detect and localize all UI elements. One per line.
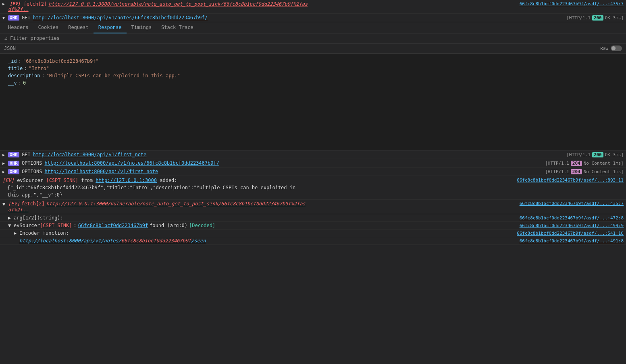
xhr1-status-text: OK 3ms]: [605, 15, 624, 21]
toggle-arrow-xhr4[interactable]: ▶: [2, 170, 8, 174]
ev-sourcer-found: found (arg:0): [150, 223, 187, 228]
ev-source-ref[interactable]: 66fc8c8b1bcf0dd223467b9f/asdf/...:893:11: [514, 178, 624, 183]
json-label: JSON: [4, 46, 16, 51]
json-val-title: "Intro": [29, 66, 49, 71]
ev-sourcer-row[interactable]: ▼ evSourcer [CSPT SINK] : 66fc8c8b1bcf0d…: [0, 222, 626, 230]
json-key-desc: description: [8, 73, 40, 79]
tab-timings[interactable]: Timings: [127, 22, 157, 33]
tab-request[interactable]: Request: [63, 22, 94, 33]
json-line-v: __v : 0: [8, 79, 618, 87]
xhr1-url[interactable]: http://localhost:8000/api/v1/notes/66fc8…: [33, 15, 564, 21]
ev1-url[interactable]: http://127.0.0.1:3000/vulnerable/note_au…: [48, 1, 308, 7]
ev-sourcer-prefix: evSourcer: [14, 223, 40, 228]
ev-sourcer-ref[interactable]: 66fc8c8b1bcf0dd223467b9f/asdf/...:499:9: [520, 223, 624, 228]
toggle-arrow-arg[interactable]: ▶: [8, 215, 14, 221]
tab-stack-trace[interactable]: Stack Trace: [156, 22, 198, 33]
filter-label: Filter properties: [10, 35, 60, 41]
ev-sourcer-content: evSourcer [CSPT SINK] : 66fc8c8b1bcf0dd2…: [14, 223, 520, 228]
ev-sourcer-cspt: [CSPT SINK]: [40, 223, 72, 228]
json-line-id: _id : "66fc8c8b1bcf0dd223467b9f": [8, 58, 618, 65]
url-child-ref[interactable]: 66fc8c8b1bcf0dd223467b9f/asdf/...:491:8: [520, 238, 624, 244]
ev-source-line1: [EV] evSourcer [CSPT SINK] from http://1…: [2, 177, 624, 184]
xhr2-status-text: OK 3ms]: [605, 152, 624, 157]
xhr3-status-code: 204: [571, 161, 582, 166]
xhr2-method: GET: [22, 152, 31, 157]
ev-row-2-header[interactable]: ▼ [EV] fetch[2] http://127.0.0.1:3000/vu…: [0, 200, 626, 214]
raw-toggle-container[interactable]: Raw: [600, 46, 622, 51]
ev1-source[interactable]: 66fc8c8b1bcf0dd223467b9f/asdf/...:435:7: [516, 1, 624, 6]
tab-response[interactable]: Response: [94, 22, 127, 33]
toggle-arrow-xhr1[interactable]: ▼: [2, 16, 8, 20]
json-body: _id : "66fc8c8b1bcf0dd223467b9f" title :…: [0, 54, 626, 150]
toggle-arrow-ev1[interactable]: ▶: [2, 1, 8, 6]
ev2-url[interactable]: http://127.0.0.1:3000/vulnerable/note_au…: [46, 201, 306, 207]
xhr4-method: OPTIONS: [22, 169, 42, 174]
toggle-arrow-xhr3[interactable]: ▶: [2, 161, 8, 165]
json-key-id: _id: [8, 58, 17, 64]
xhr3-url[interactable]: http://localhost:8000/api/v1/notes/66fc8…: [44, 160, 545, 166]
ev-row-1[interactable]: ▶ [EV] fetch[2] http://127.0.0.1:3000/vu…: [0, 0, 626, 14]
ev-sourcer-decoded: [Decoded]: [189, 223, 215, 228]
ev-source-json1: {"_id":"66fc8c8b1bcf0dd223467b9f","title…: [2, 184, 624, 191]
filter-icon: ⊿: [4, 36, 8, 41]
ev1-method: fetch[2]: [24, 1, 47, 7]
ev-sourcer-value[interactable]: 66fc8c8b1bcf0dd223467b9f: [78, 223, 148, 228]
arg-row[interactable]: ▶ arg[1/2](string): 66fc8c8b1bcf0dd22346…: [0, 214, 626, 222]
json-key-v: __v: [8, 80, 17, 86]
json-val-id: "66fc8c8b1bcf0dd223467b9f": [23, 58, 99, 64]
raw-label: Raw: [600, 46, 608, 51]
xhr1-status-code: 200: [592, 15, 603, 21]
arg-ref[interactable]: 66fc8c8b1bcf0dd223467b9f/asdf/...:472:8: [520, 215, 624, 221]
xhr3-method: OPTIONS: [22, 160, 42, 166]
url-child-value: 66fc8c8b1bcf0dd223467b9f: [121, 238, 191, 244]
json-key-title: title: [8, 66, 23, 71]
xhr4-url[interactable]: http://localhost:8000/api/v1/first_note: [44, 169, 545, 174]
ev-source-row: [EV] evSourcer [CSPT SINK] from http://1…: [0, 176, 626, 200]
encoder-row[interactable]: ▶ Encoder function: 66fc8c8b1bcf0dd22346…: [0, 230, 626, 237]
badge-xhr1: XHR: [8, 15, 19, 21]
url-child-row[interactable]: http://localhost:8000/api/v1/notes/ 66fc…: [0, 237, 626, 245]
ev-source-url[interactable]: http://127.0.0.1:3000: [96, 178, 157, 183]
xhr2-url[interactable]: http://localhost:8000/api/v1/first_note: [33, 152, 567, 157]
xhr-row-2[interactable]: ▶ XHR GET http://localhost:8000/api/v1/f…: [0, 151, 626, 159]
xhr-row-4[interactable]: ▶ XHR OPTIONS http://localhost:8000/api/…: [0, 168, 626, 176]
ev-source-cspt: [CSPT SINK]: [46, 178, 78, 183]
toggle-arrow-evsourcer[interactable]: ▼: [8, 223, 14, 228]
ev-sourcer-colon: :: [74, 223, 77, 228]
filter-bar: ⊿ Filter properties: [0, 33, 626, 43]
ev2-source-ref[interactable]: 66fc8c8b1bcf0dd223467b9f/asdf/...:435:7: [516, 201, 624, 206]
ev-source-text: [EV] evSourcer [CSPT SINK] from http://1…: [2, 178, 514, 183]
encoder-ref[interactable]: 66fc8c8b1bcf0dd223467b9f/asdf/...:541:10: [517, 231, 624, 236]
tab-headers[interactable]: Headers: [3, 22, 33, 33]
xhr2-status-bracket-open: [HTTP/1.1: [566, 152, 591, 157]
xhr3-status-bracket-open: [HTTP/1.1: [545, 161, 569, 166]
raw-toggle-switch[interactable]: [611, 46, 622, 51]
ev-source-added: added:: [160, 178, 177, 183]
network-panel: ▶ [EV] fetch[2] http://127.0.0.1:3000/vu…: [0, 0, 626, 364]
ev-source-badge: [EV]: [2, 178, 14, 183]
url-child-suffix: /seen: [191, 238, 206, 244]
toggle-arrow-ev2[interactable]: ▼: [2, 201, 8, 207]
ev1-url-wrap: df%2f..: [2, 6, 513, 12]
xhr-row-3[interactable]: ▶ XHR OPTIONS http://localhost:8000/api/…: [0, 159, 626, 168]
xhr-row-expanded-header[interactable]: ▼ XHR GET http://localhost:8000/api/v1/n…: [0, 14, 626, 22]
json-line-desc: description : "Multiple CSPTs can be exp…: [8, 72, 618, 79]
url-child-prefix: http://localhost:8000/api/v1/notes/: [19, 238, 121, 244]
badge-ev1: [EV]: [8, 1, 22, 6]
json-val-v: 0: [23, 80, 26, 86]
ev-row-2-container: ▼ [EV] fetch[2] http://127.0.0.1:3000/vu…: [0, 200, 626, 245]
badge-ev2: [EV]: [8, 201, 20, 207]
badge-xhr2: XHR: [8, 152, 19, 157]
xhr1-status-info: [HTTP/1.1: [566, 15, 591, 21]
json-line-title: title : "Intro": [8, 65, 618, 72]
xhr3-status-text: No Content 1ms]: [584, 161, 624, 166]
arg-label: arg[1/2](string):: [14, 215, 520, 221]
xhr1-method: GET: [22, 15, 31, 21]
toggle-arrow-encoder[interactable]: ▶: [14, 230, 19, 236]
url-child-content: http://localhost:8000/api/v1/notes/ 66fc…: [19, 238, 520, 244]
tab-bar: Headers Cookies Request Response Timings…: [0, 22, 626, 33]
tab-cookies[interactable]: Cookies: [33, 22, 64, 33]
xhr4-status-code: 204: [571, 169, 582, 174]
toggle-arrow-xhr2[interactable]: ▶: [2, 153, 8, 157]
ev2-method: fetch[2]: [21, 201, 45, 207]
